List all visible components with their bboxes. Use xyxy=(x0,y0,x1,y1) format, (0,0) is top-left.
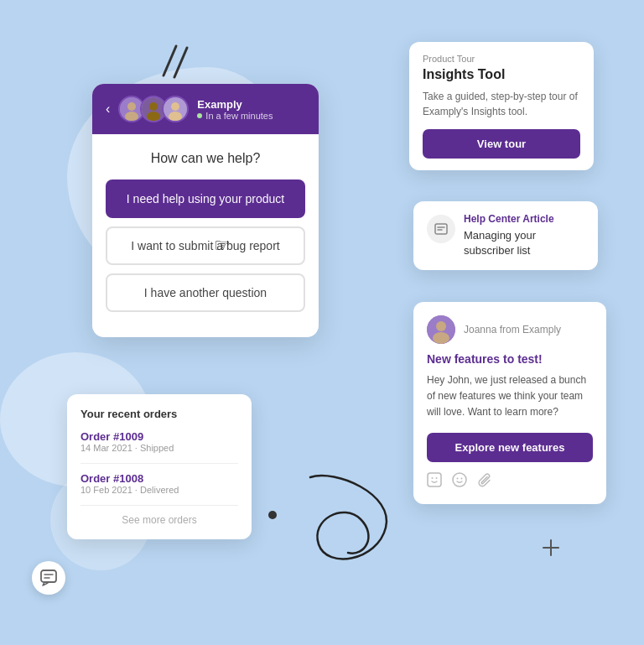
product-tour-label: Product Tour xyxy=(423,54,580,64)
orders-title: Your recent orders xyxy=(80,408,238,420)
help-article-card: Help Center Article Managing your subscr… xyxy=(413,201,598,270)
help-center-icon xyxy=(434,221,449,237)
svg-point-24 xyxy=(461,477,463,479)
deco-plus xyxy=(542,538,560,561)
back-button[interactable]: ‹ xyxy=(106,101,110,117)
chat-bubble-icon xyxy=(40,570,57,586)
product-tour-description: Take a guided, step-by-step tour of Exam… xyxy=(423,89,580,119)
explore-features-button[interactable]: Explore new features xyxy=(427,433,593,462)
features-title: New features to test! xyxy=(427,352,593,366)
deco-lines xyxy=(159,42,193,84)
see-more-orders-button[interactable]: See more orders xyxy=(80,514,238,526)
svg-point-8 xyxy=(149,102,158,111)
help-article-label: Help Center Article xyxy=(464,213,584,225)
smiley-icon[interactable] xyxy=(452,472,467,491)
help-article-content: Help Center Article Managing your subscr… xyxy=(464,213,584,258)
svg-rect-13 xyxy=(435,224,447,234)
order-item-2: Order #1008 10 Feb 2021 · Delivered xyxy=(80,472,238,495)
chat-header-info: Examply In a few minutes xyxy=(197,98,305,121)
chat-widget: ‹ xyxy=(92,84,319,337)
company-name: Examply xyxy=(197,98,305,111)
svg-point-23 xyxy=(457,477,459,479)
help-icon-wrap xyxy=(427,215,455,243)
svg-line-1 xyxy=(174,48,187,77)
orders-card: Your recent orders Order #1009 14 Mar 20… xyxy=(67,394,252,539)
view-tour-button[interactable]: View tour xyxy=(423,129,580,159)
svg-line-0 xyxy=(164,46,176,75)
features-body: Hey John, we just released a bunch of ne… xyxy=(427,372,593,421)
attachment-icon[interactable] xyxy=(477,472,492,491)
chat-body: How can we help? I need help using your … xyxy=(92,134,319,337)
order-meta-2: 10 Feb 2021 · Delivered xyxy=(80,485,238,495)
emoji-icon[interactable] xyxy=(427,472,442,491)
deco-dot xyxy=(268,511,277,519)
features-card: Joanna from Examply New features to test… xyxy=(413,302,606,504)
order-number-1: Order #1009 xyxy=(80,430,238,443)
order-meta-1: 14 Mar 2021 · Shipped xyxy=(80,443,238,453)
svg-point-5 xyxy=(127,102,136,111)
chat-header: ‹ xyxy=(92,84,319,134)
deco-swirl xyxy=(285,460,419,578)
order-number-2: Order #1008 xyxy=(80,472,238,485)
svg-point-22 xyxy=(453,473,466,486)
avatar-group xyxy=(118,96,189,122)
other-question-button[interactable]: I have another question xyxy=(106,273,305,312)
fc-footer xyxy=(427,472,593,491)
order-item-1: Order #1009 14 Mar 2021 · Shipped xyxy=(80,430,238,453)
help-product-button[interactable]: I need help using your product xyxy=(106,179,305,218)
help-prompt: How can we help? xyxy=(106,151,305,166)
orders-divider xyxy=(80,463,238,464)
product-tour-title: Insights Tool xyxy=(423,67,580,82)
svg-point-17 xyxy=(436,321,446,331)
avatar-3 xyxy=(162,96,189,122)
svg-point-11 xyxy=(171,102,179,111)
status-dot xyxy=(197,113,202,118)
svg-point-20 xyxy=(432,477,434,479)
response-time: In a few minutes xyxy=(197,111,305,121)
submit-bug-button[interactable]: I want to submit a bug report xyxy=(106,226,305,265)
product-tour-card: Product Tour Insights Tool Take a guided… xyxy=(409,42,594,170)
orders-divider-2 xyxy=(80,505,238,506)
svg-rect-19 xyxy=(428,473,441,486)
help-article-title: Managing your subscriber list xyxy=(464,228,584,258)
svg-rect-25 xyxy=(41,570,56,582)
svg-point-18 xyxy=(433,332,449,344)
joanna-avatar xyxy=(427,315,455,344)
fc-header: Joanna from Examply xyxy=(427,315,593,344)
chat-launcher-button[interactable] xyxy=(32,561,65,595)
sender-name: Joanna from Examply xyxy=(464,324,561,336)
svg-point-21 xyxy=(436,477,438,479)
